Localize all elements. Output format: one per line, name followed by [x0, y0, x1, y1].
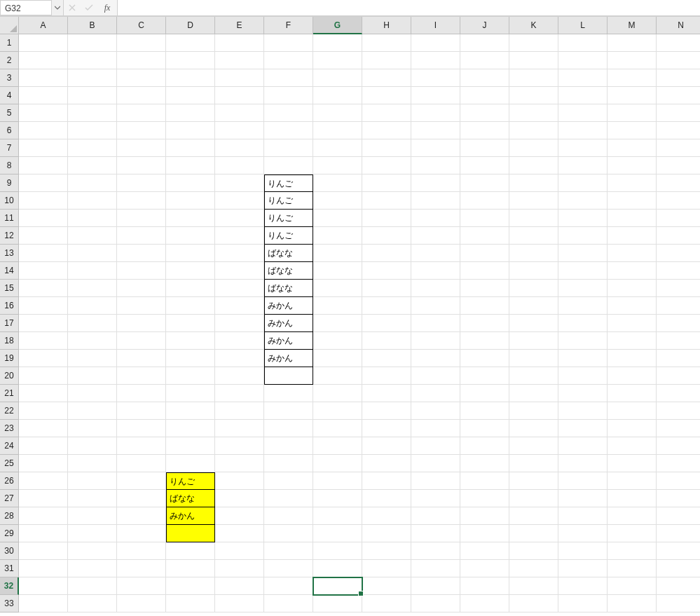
cell-L32[interactable] [558, 577, 608, 595]
cell-B20[interactable] [68, 367, 117, 385]
cell-G31[interactable] [313, 560, 362, 577]
cell-I28[interactable] [411, 507, 460, 525]
cell-A19[interactable] [19, 350, 68, 367]
cell-M30[interactable] [608, 542, 657, 560]
cell-H20[interactable] [362, 367, 411, 385]
cell-L28[interactable] [558, 507, 608, 525]
row-header-15[interactable]: 15 [0, 280, 19, 297]
cell-B10[interactable] [68, 192, 117, 210]
cell-J24[interactable] [460, 437, 509, 455]
cell-K29[interactable] [509, 525, 558, 542]
cell-L18[interactable] [558, 332, 608, 350]
cell-G3[interactable] [313, 69, 362, 87]
cell-N4[interactable] [657, 87, 700, 104]
row-header-18[interactable]: 18 [0, 332, 19, 350]
cell-K27[interactable] [509, 490, 558, 507]
cell-A8[interactable] [19, 157, 68, 174]
cell-G25[interactable] [313, 455, 362, 472]
cell-F27[interactable] [264, 490, 313, 507]
cell-B15[interactable] [68, 280, 117, 297]
cell-K21[interactable] [509, 385, 558, 402]
cell-L10[interactable] [558, 192, 608, 210]
cell-D14[interactable] [166, 262, 215, 280]
cell-B16[interactable] [68, 297, 117, 315]
cell-F6[interactable] [264, 122, 313, 139]
insert-function-button[interactable]: fx [97, 0, 118, 15]
cell-E9[interactable] [215, 174, 264, 192]
cell-I22[interactable] [411, 402, 460, 420]
cell-H9[interactable] [362, 174, 411, 192]
cell-K23[interactable] [509, 420, 558, 437]
cell-L24[interactable] [558, 437, 608, 455]
cell-E26[interactable] [215, 472, 264, 490]
cell-F26[interactable] [264, 472, 313, 490]
cell-F4[interactable] [264, 87, 313, 104]
cell-I25[interactable] [411, 455, 460, 472]
cell-J1[interactable] [460, 34, 509, 52]
cell-B4[interactable] [68, 87, 117, 104]
cell-J31[interactable] [460, 560, 509, 577]
row-header-23[interactable]: 23 [0, 420, 19, 437]
cell-G9[interactable] [313, 174, 362, 192]
cell-G14[interactable] [313, 262, 362, 280]
cell-I24[interactable] [411, 437, 460, 455]
cell-E6[interactable] [215, 122, 264, 139]
cell-A30[interactable] [19, 542, 68, 560]
cell-F7[interactable] [264, 139, 313, 157]
cell-K4[interactable] [509, 87, 558, 104]
cell-A27[interactable] [19, 490, 68, 507]
row-header-28[interactable]: 28 [0, 507, 19, 525]
cell-N8[interactable] [657, 157, 700, 174]
cell-L12[interactable] [558, 227, 608, 245]
cell-L20[interactable] [558, 367, 608, 385]
cell-G17[interactable] [313, 315, 362, 332]
cell-A22[interactable] [19, 402, 68, 420]
cell-L26[interactable] [558, 472, 608, 490]
cell-F3[interactable] [264, 69, 313, 87]
cell-D19[interactable] [166, 350, 215, 367]
cell-I27[interactable] [411, 490, 460, 507]
cell-M9[interactable] [608, 174, 657, 192]
cell-G29[interactable] [313, 525, 362, 542]
cell-A16[interactable] [19, 297, 68, 315]
cell-J18[interactable] [460, 332, 509, 350]
cell-N13[interactable] [657, 245, 700, 262]
cell-F21[interactable] [264, 385, 313, 402]
cell-C33[interactable] [117, 595, 166, 612]
cell-E28[interactable] [215, 507, 264, 525]
cell-H3[interactable] [362, 69, 411, 87]
cell-C19[interactable] [117, 350, 166, 367]
row-header-27[interactable]: 27 [0, 490, 19, 507]
cell-E1[interactable] [215, 34, 264, 52]
cell-L2[interactable] [558, 52, 608, 69]
cell-B11[interactable] [68, 210, 117, 227]
cell-A12[interactable] [19, 227, 68, 245]
cell-J15[interactable] [460, 280, 509, 297]
cell-H18[interactable] [362, 332, 411, 350]
spreadsheet-grid[interactable]: ABCDEFGHIJKLMN123456789りんご10りんご11りんご12りん… [0, 16, 700, 612]
cell-A24[interactable] [19, 437, 68, 455]
cell-N27[interactable] [657, 490, 700, 507]
cell-J29[interactable] [460, 525, 509, 542]
cell-E12[interactable] [215, 227, 264, 245]
cell-H13[interactable] [362, 245, 411, 262]
cell-M33[interactable] [608, 595, 657, 612]
cell-D20[interactable] [166, 367, 215, 385]
cell-D5[interactable] [166, 104, 215, 122]
row-header-6[interactable]: 6 [0, 122, 19, 139]
cell-I18[interactable] [411, 332, 460, 350]
cell-I1[interactable] [411, 34, 460, 52]
cell-N3[interactable] [657, 69, 700, 87]
cell-K26[interactable] [509, 472, 558, 490]
cell-E27[interactable] [215, 490, 264, 507]
cell-E14[interactable] [215, 262, 264, 280]
cell-B13[interactable] [68, 245, 117, 262]
cell-N28[interactable] [657, 507, 700, 525]
cell-K32[interactable] [509, 577, 558, 595]
cell-L30[interactable] [558, 542, 608, 560]
cell-D16[interactable] [166, 297, 215, 315]
cell-F10[interactable]: りんご [264, 192, 313, 210]
name-box-dropdown[interactable] [52, 0, 64, 15]
cell-K9[interactable] [509, 174, 558, 192]
cell-H12[interactable] [362, 227, 411, 245]
